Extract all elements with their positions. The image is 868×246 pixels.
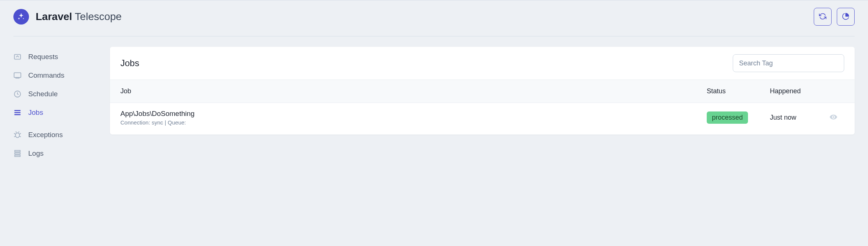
svg-rect-14 xyxy=(15,150,20,152)
logs-icon xyxy=(13,149,22,158)
svg-line-12 xyxy=(16,132,16,133)
svg-rect-0 xyxy=(14,55,21,59)
sidebar-item-commands[interactable]: Commands xyxy=(13,68,99,83)
svg-point-7 xyxy=(16,133,20,138)
logo-icon xyxy=(13,9,29,25)
panel-title: Jobs xyxy=(120,58,139,68)
sidebar-item-label: Requests xyxy=(28,53,58,61)
table-header: Job Status Happened xyxy=(110,80,855,103)
job-meta: Connection: sync | Queue: xyxy=(120,119,707,126)
sidebar-item-label: Jobs xyxy=(28,109,43,117)
svg-line-10 xyxy=(14,136,16,137)
requests-icon xyxy=(13,53,22,61)
column-header-job: Job xyxy=(120,87,707,95)
job-name: App\Jobs\DoSomething xyxy=(120,110,707,118)
refresh-icon xyxy=(819,13,826,21)
sidebar-item-label: Schedule xyxy=(28,90,58,98)
sidebar-item-jobs[interactable]: Jobs xyxy=(13,105,99,120)
schedule-icon xyxy=(13,90,22,98)
sidebar-item-label: Exceptions xyxy=(28,131,63,139)
svg-line-11 xyxy=(20,136,21,137)
jobs-icon xyxy=(13,109,22,117)
pie-chart-icon xyxy=(842,13,849,21)
sidebar-item-logs[interactable]: Logs xyxy=(13,146,99,161)
refresh-button[interactable] xyxy=(814,8,832,26)
happened-text: Just now xyxy=(770,114,796,121)
brand: Laravel Telescope xyxy=(13,9,122,25)
table-row: App\Jobs\DoSomething Connection: sync | … xyxy=(110,103,855,135)
svg-rect-16 xyxy=(15,155,20,157)
column-header-status: Status xyxy=(707,87,770,95)
sidebar-item-exceptions[interactable]: Exceptions xyxy=(13,127,99,143)
sidebar: Requests Commands Schedule Jobs Exceptio xyxy=(13,47,99,164)
column-header-happened: Happened xyxy=(770,87,829,95)
svg-rect-1 xyxy=(14,73,21,78)
brand-title: Laravel Telescope xyxy=(36,11,122,23)
dashboard-button[interactable] xyxy=(837,8,855,26)
svg-line-8 xyxy=(14,133,16,134)
sidebar-item-requests[interactable]: Requests xyxy=(13,49,99,65)
exceptions-icon xyxy=(13,131,22,139)
svg-rect-15 xyxy=(15,153,20,154)
svg-line-13 xyxy=(19,132,19,133)
svg-line-9 xyxy=(20,133,21,134)
search-input[interactable] xyxy=(733,54,844,72)
view-button[interactable] xyxy=(829,113,844,122)
status-badge: processed xyxy=(707,111,748,124)
jobs-panel: Jobs Job Status Happened App\Jobs\DoSome… xyxy=(110,47,855,135)
sidebar-item-schedule[interactable]: Schedule xyxy=(13,86,99,102)
sidebar-item-label: Logs xyxy=(28,149,43,158)
sidebar-item-label: Commands xyxy=(28,71,64,80)
commands-icon xyxy=(13,71,22,80)
